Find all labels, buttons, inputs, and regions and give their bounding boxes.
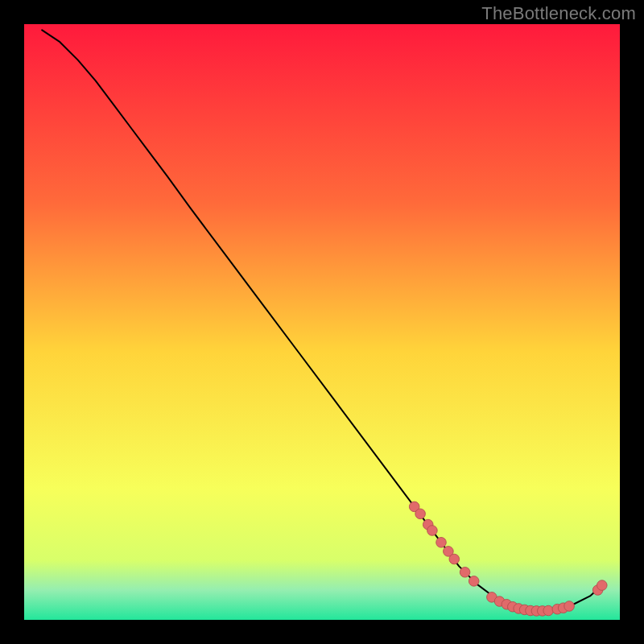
curve-marker — [460, 568, 470, 578]
gradient-background — [24, 24, 620, 620]
curve-marker — [564, 601, 575, 612]
curve-marker — [449, 554, 460, 564]
curve-marker — [427, 526, 438, 536]
chart-frame: TheBottleneck.com — [0, 0, 644, 644]
curve-marker — [543, 605, 554, 616]
curve-marker — [415, 509, 426, 519]
curve-marker — [436, 538, 447, 548]
plot-area — [24, 24, 620, 620]
chart-svg — [24, 24, 620, 620]
watermark-text: TheBottleneck.com — [481, 3, 636, 24]
curve-marker — [469, 576, 479, 587]
curve-marker — [597, 580, 608, 591]
